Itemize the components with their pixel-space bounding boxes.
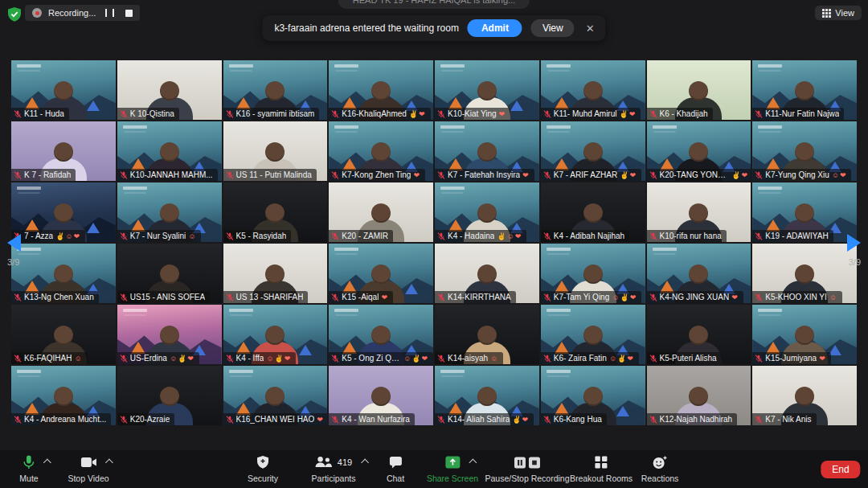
share-screen-label: Share Screen	[427, 474, 478, 483]
participant-tile[interactable]: US15 - ANIS SOFEA	[117, 244, 222, 303]
pause-stop-recording-button[interactable]: Pause/Stop Recording	[485, 455, 569, 483]
participant-tile[interactable]: K20-Azraie	[117, 366, 222, 425]
participant-tile[interactable]: K7-Kong Zhen Ting❤	[329, 121, 433, 181]
participant-tile[interactable]: K7-Tam Yi Qing☺✌❤	[541, 244, 645, 303]
participant-name: K11-Nur Fatin Najwa	[765, 109, 839, 118]
participant-tile[interactable]: K11 - Huda	[11, 60, 116, 120]
mic-off-icon	[755, 293, 763, 301]
view-layout-button[interactable]: View	[815, 6, 862, 20]
participant-tile[interactable]: K13-Ng Chen Xuan	[11, 244, 116, 303]
participant-name: K7 - Fatehah Insyira	[448, 170, 520, 179]
participant-tile[interactable]: US 13 -SHARIFAH	[223, 244, 328, 303]
participant-tile[interactable]: K5 - Ong Zi Qing☺✌❤	[329, 305, 433, 364]
stop-video-button[interactable]: Stop Video	[68, 455, 108, 483]
view-waiting-room-button[interactable]: View	[531, 19, 575, 37]
participant-tile[interactable]: K 10-Qistina	[117, 60, 222, 120]
mic-off-icon	[120, 293, 128, 301]
breakout-rooms-button[interactable]: Breakout Rooms	[570, 455, 633, 483]
chat-bubble-icon	[389, 456, 403, 469]
breakout-rooms-label: Breakout Rooms	[570, 474, 633, 483]
participant-tile[interactable]: US 11 - Putri Malinda	[223, 121, 328, 181]
participant-tile[interactable]: K4 - Andreana Mucht...	[11, 366, 116, 425]
participant-tile[interactable]: K4 - Wan Nurfazira	[329, 366, 433, 425]
background-watermark	[758, 64, 782, 68]
stop-recording-button[interactable]	[125, 10, 133, 17]
participant-tile[interactable]: K20 - ZAMIR	[329, 182, 433, 242]
security-button[interactable]: Security	[248, 455, 278, 483]
participant-tile[interactable]: K6- Zaira Fatin☺✌❤	[541, 305, 645, 364]
participant-tile[interactable]: K6 - Khadijah	[647, 60, 751, 120]
participant-tile[interactable]: K15 -Aiqal❤	[329, 244, 433, 303]
participant-tile[interactable]: K15-Jumiyana❤	[752, 305, 857, 364]
mic-off-icon	[437, 416, 445, 424]
mic-off-icon	[14, 110, 22, 118]
participant-name: K7 - Nur Syalini	[130, 232, 186, 240]
mic-off-icon	[649, 355, 657, 363]
participant-tile[interactable]: K7 - Nik Anis	[752, 366, 857, 425]
participant-name: K6- Zaira Fatin	[554, 354, 607, 363]
participant-tile[interactable]: K16_CHAN WEI HAO❤	[223, 366, 328, 425]
participant-tile[interactable]: K16-KhaliqAhmed✌❤	[329, 60, 433, 120]
participant-tile[interactable]: K5-KHOO XIN YI☺	[752, 244, 857, 303]
participant-tile[interactable]: K7 - Nur Syalini☺	[117, 182, 222, 242]
participant-tile[interactable]: K7 - Fatehah Insyira❤	[435, 121, 539, 181]
participant-tile[interactable]: K10-Kiat Ying❤	[435, 60, 539, 120]
background-watermark	[547, 248, 571, 251]
participant-tile[interactable]: K11- Muhd Amirul✌❤	[541, 60, 645, 120]
reaction-emojis: ☺❤	[832, 171, 847, 179]
mute-button[interactable]: Mute	[19, 455, 38, 483]
share-screen-button[interactable]: Share Screen	[427, 455, 478, 483]
participant-tile[interactable]: K7-Yung Qing Xiu☺❤	[752, 121, 857, 181]
participant-name-tag: K16 - syamimi ibtisam	[223, 108, 320, 120]
mic-off-icon	[331, 416, 339, 424]
participant-name-tag: K5-Puteri Alisha	[647, 352, 722, 364]
participant-tile[interactable]: K4 - Iffa☺✌❤	[223, 305, 328, 364]
chat-button[interactable]: Chat	[387, 455, 404, 483]
participant-tile[interactable]: K4 - Adibah Najihah	[541, 182, 645, 242]
mic-off-icon	[543, 416, 551, 424]
participant-name: K 7 - Rafidah	[24, 170, 71, 179]
participant-tile[interactable]: K5 - Rasyidah	[223, 182, 328, 242]
pause-recording-button[interactable]	[105, 9, 114, 17]
participant-tile[interactable]: K10-JANNAH MAHM...	[117, 121, 222, 181]
participant-tile[interactable]: K12-Najah Nadhirah	[647, 366, 751, 425]
background-watermark	[229, 64, 253, 68]
participant-tile[interactable]: K5-Puteri Alisha	[647, 305, 751, 364]
reactions-button[interactable]: Reactions	[641, 455, 679, 483]
participant-tile[interactable]: K14-aisyah☺	[435, 305, 539, 364]
participant-name-tag: K7 - Nur Syalini☺	[117, 230, 202, 242]
reaction-emojis: ❤	[819, 355, 826, 363]
participant-name-tag: K6 - Khadijah	[647, 108, 713, 120]
close-icon[interactable]: ✕	[583, 23, 597, 35]
participants-button[interactable]: 419 Participants	[312, 455, 356, 483]
mic-off-icon	[226, 171, 234, 179]
participant-tile[interactable]: K4-NG JING XUAN❤	[647, 244, 751, 303]
next-page-arrow[interactable]	[847, 234, 861, 252]
participant-name-tag: K5 - Rasyidah	[223, 230, 292, 242]
participant-name: US 13 -SHARIFAH	[236, 293, 304, 301]
previous-page-arrow[interactable]	[7, 234, 21, 252]
reaction-emojis: ✌☺❤	[497, 232, 522, 240]
mic-off-icon	[649, 110, 657, 118]
background-watermark	[123, 187, 147, 190]
participant-tile[interactable]: K16 - syamimi ibtisam	[223, 60, 328, 120]
page-indicator-right: 3/9	[849, 257, 861, 267]
end-meeting-button[interactable]: End	[821, 461, 860, 478]
participant-tile[interactable]: K11-Nur Fatin Najwa	[752, 60, 857, 120]
participant-tile[interactable]: US-Erdina☺✌❤	[117, 305, 222, 364]
participant-tile[interactable]: K19 - ADAWIYAH	[752, 182, 857, 242]
participant-tile[interactable]: K7 - ARIF AZHAR✌❤	[541, 121, 645, 181]
participant-tile[interactable]: 7 - Azza✌☺❤	[11, 182, 116, 242]
participant-tile[interactable]: K6-Kang Hua	[541, 366, 645, 425]
participant-tile[interactable]: K20-TANG YONG LE✌❤	[647, 121, 751, 181]
mic-off-icon	[226, 416, 234, 424]
participant-tile[interactable]: K14- Aliah Sahira✌❤	[435, 366, 539, 425]
participant-tile[interactable]: K 7 - Rafidah	[11, 121, 116, 181]
mic-off-icon	[649, 171, 657, 179]
admit-button[interactable]: Admit	[468, 19, 522, 37]
participant-tile[interactable]: K4 - Hadaina✌☺❤	[435, 182, 539, 242]
share-options-caret[interactable]	[469, 459, 477, 467]
participant-tile[interactable]: K14-KIRRTHANA	[435, 244, 539, 303]
participant-tile[interactable]: K10-rifa nur hana	[647, 182, 751, 242]
participant-tile[interactable]: K6-FAQIHAH☺	[11, 305, 116, 364]
